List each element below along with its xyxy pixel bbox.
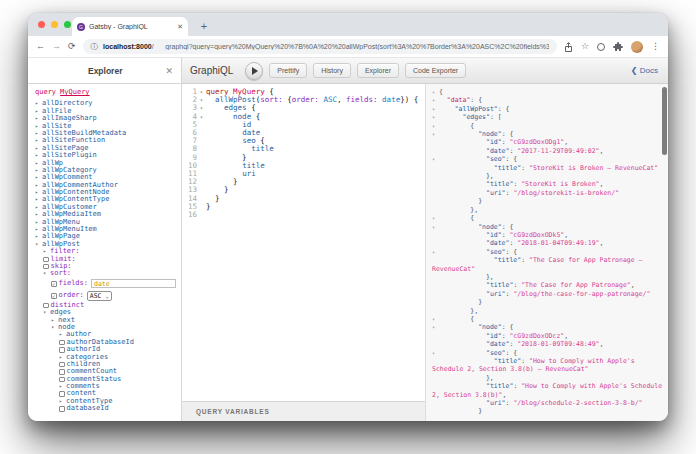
fold-arrow-icon[interactable]: ▾ — [197, 96, 206, 104]
field-checkbox[interactable] — [59, 391, 65, 397]
fold-arrow-icon[interactable]: ▾ — [432, 113, 439, 121]
expand-arrow-icon[interactable]: ▸ — [35, 123, 42, 130]
history-button[interactable]: History — [313, 63, 351, 78]
expand-arrow-icon[interactable]: ▸ — [59, 354, 66, 361]
back-icon[interactable]: ← — [36, 42, 45, 51]
expand-arrow-icon[interactable]: ▸ — [35, 167, 42, 174]
explorer-row-authordatabaseid[interactable]: authorDatabaseId — [35, 339, 181, 346]
extensions-puzzle-icon[interactable] — [613, 42, 623, 52]
fold-arrow-icon[interactable]: ▾ — [197, 104, 206, 112]
expand-arrow-icon[interactable]: ▸ — [35, 196, 42, 203]
field-checkbox[interactable] — [59, 369, 65, 375]
fold-arrow-icon[interactable]: ▾ — [432, 155, 439, 163]
expand-arrow-icon[interactable]: ▸ — [35, 108, 42, 115]
site-info-icon[interactable]: ⓘ — [91, 42, 99, 52]
minimize-window-button[interactable] — [51, 21, 58, 28]
sort-fields-input[interactable]: date — [91, 279, 176, 288]
expand-arrow-icon[interactable]: ▸ — [59, 398, 66, 405]
explorer-row-commentstatus[interactable]: commentStatus — [35, 376, 181, 383]
expand-arrow-icon[interactable]: ▸ — [35, 182, 42, 189]
expand-arrow-icon[interactable]: ▸ — [35, 145, 42, 152]
field-checkbox[interactable] — [59, 362, 65, 368]
collapse-arrow-icon[interactable]: ▾ — [35, 241, 42, 248]
explorer-toggle-button[interactable]: Explorer — [357, 63, 399, 78]
explorer-row-comments[interactable]: ▸comments — [35, 383, 181, 390]
result-panel[interactable]: ▾{▾ "data": {▾ "allWpPost": {▾ "edges": … — [426, 84, 668, 421]
extension-icon[interactable] — [597, 43, 605, 51]
explorer-row-node[interactable]: ▾node — [35, 324, 181, 331]
menu-dots-icon[interactable]: ⋮ — [651, 42, 660, 51]
collapse-arrow-icon[interactable]: ▾ — [43, 309, 50, 316]
zoom-window-button[interactable] — [64, 21, 71, 28]
field-checkbox[interactable]: ✓ — [51, 293, 57, 299]
field-label[interactable]: fields: — [59, 280, 89, 287]
close-window-button[interactable] — [38, 21, 45, 28]
expand-arrow-icon[interactable]: ▸ — [35, 219, 42, 226]
fold-arrow-icon[interactable]: ▾ — [432, 323, 439, 331]
expand-arrow-icon[interactable]: ▸ — [35, 204, 42, 211]
field-label[interactable]: databaseId — [67, 405, 109, 412]
editor-line[interactable]: 14 } — [182, 195, 425, 203]
explorer-close-icon[interactable]: ✕ — [165, 66, 173, 76]
fold-arrow-icon[interactable]: ▾ — [432, 88, 439, 96]
explorer-row-authorid[interactable]: authorId — [35, 346, 181, 353]
new-tab-button[interactable]: + — [196, 19, 212, 35]
field-checkbox[interactable] — [59, 406, 65, 412]
field-label[interactable]: sort: — [50, 270, 71, 277]
share-icon[interactable] — [564, 42, 573, 52]
expand-arrow-icon[interactable]: ▸ — [35, 226, 42, 233]
explorer-row-databaseid[interactable]: databaseId — [35, 405, 181, 412]
collapse-arrow-icon[interactable]: ▾ — [43, 270, 50, 277]
fold-arrow-icon[interactable]: ▾ — [197, 88, 206, 96]
expand-arrow-icon[interactable]: ▸ — [51, 317, 58, 324]
fold-arrow-icon[interactable]: ▾ — [432, 223, 439, 231]
query-editor[interactable]: 1▾query MyQuery {2▾ allWpPost(sort: {ord… — [182, 84, 425, 421]
expand-arrow-icon[interactable]: ▸ — [35, 130, 42, 137]
field-checkbox[interactable]: ✓ — [51, 281, 57, 287]
fold-arrow-icon[interactable]: ▾ — [432, 96, 439, 104]
fold-arrow-icon[interactable]: ▾ — [432, 315, 439, 323]
field-checkbox[interactable] — [43, 264, 49, 270]
expand-arrow-icon[interactable]: ▸ — [35, 100, 42, 107]
expand-arrow-icon[interactable]: ▸ — [35, 211, 42, 218]
expand-arrow-icon[interactable]: ▸ — [35, 174, 42, 181]
editor-line[interactable]: 15} — [182, 203, 425, 211]
field-checkbox[interactable] — [59, 347, 65, 353]
explorer-row-next[interactable]: ▸next — [35, 317, 181, 324]
editor-line[interactable]: 16 — [182, 211, 425, 219]
fold-arrow-icon[interactable]: ▾ — [432, 248, 439, 256]
prettify-button[interactable]: Prettify — [269, 63, 307, 78]
query-variables-bar[interactable]: QUERY VARIABLES — [182, 401, 425, 421]
field-checkbox[interactable] — [59, 340, 65, 346]
tab-close-icon[interactable]: ✕ — [177, 23, 183, 31]
expand-arrow-icon[interactable]: ▸ — [35, 152, 42, 159]
fold-arrow-icon[interactable]: ▾ — [432, 214, 439, 222]
expand-arrow-icon[interactable]: ▸ — [59, 383, 66, 390]
fold-arrow-icon[interactable]: ▾ — [432, 130, 439, 138]
fold-arrow-icon[interactable]: ▾ — [432, 105, 439, 113]
browser-tab[interactable]: G Gatsby - GraphiQL ✕ — [72, 17, 188, 36]
result-scrollbar-thumb[interactable] — [662, 87, 667, 155]
explorer-query-row[interactable]: query MyQuery — [35, 89, 181, 96]
fold-arrow-icon[interactable]: ▾ — [432, 122, 439, 130]
fold-arrow-icon[interactable]: ▾ — [432, 349, 439, 357]
bookmark-star-icon[interactable]: ☆ — [581, 42, 589, 51]
explorer-row-order[interactable]: ✓order:ASC ⌄ — [35, 290, 181, 302]
expand-arrow-icon[interactable]: ▸ — [35, 233, 42, 240]
expand-arrow-icon[interactable]: ▸ — [35, 115, 42, 122]
collapse-arrow-icon[interactable]: ▾ — [51, 324, 58, 331]
field-checkbox[interactable] — [43, 257, 49, 263]
query-editor-code[interactable]: 1▾query MyQuery {2▾ allWpPost(sort: {ord… — [182, 88, 425, 219]
field-checkbox[interactable] — [43, 303, 49, 309]
expand-arrow-icon[interactable]: ▸ — [59, 331, 66, 338]
omnibox[interactable]: ⓘ localhost:8000/___graphql?query=query%… — [83, 39, 557, 54]
explorer-row-categories[interactable]: ▸categories — [35, 354, 181, 361]
profile-avatar[interactable] — [631, 41, 643, 53]
forward-icon[interactable]: → — [52, 42, 61, 51]
field-checkbox[interactable] — [59, 377, 65, 383]
docs-link[interactable]: ❮ Docs — [631, 66, 658, 75]
explorer-row-edges[interactable]: ▾edges — [35, 309, 181, 316]
expand-arrow-icon[interactable]: ▸ — [35, 160, 42, 167]
query-name[interactable]: MyQuery — [60, 89, 90, 96]
explorer-row-fields[interactable]: ✓fields:date — [35, 278, 181, 290]
